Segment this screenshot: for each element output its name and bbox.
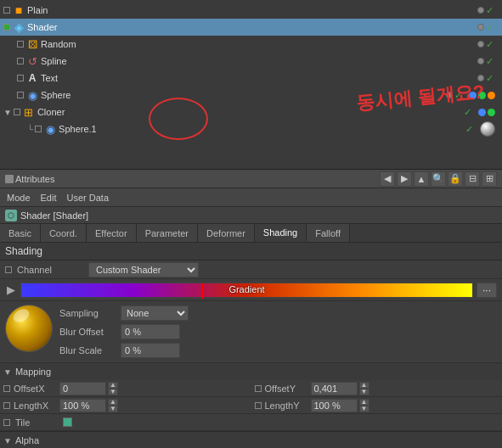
checkmark: ✓ bbox=[465, 124, 478, 135]
nav-up[interactable]: ▲ bbox=[414, 171, 429, 187]
lengthy-label: LengthY bbox=[265, 400, 309, 411]
shading-content: Sampling None2D3DCubic Blur Offset Blur … bbox=[0, 301, 502, 363]
tab-effector[interactable]: Effector bbox=[87, 224, 137, 242]
offsety-row: OffsetY ▲ ▼ bbox=[251, 380, 503, 397]
tree-dots-sphere1: ✓ bbox=[465, 121, 502, 137]
sdot-orange bbox=[488, 92, 495, 99]
checkmark: ✓ bbox=[486, 73, 499, 84]
tile-outer-cb[interactable] bbox=[3, 419, 10, 426]
tree-label-sphere: Sphere bbox=[41, 90, 446, 100]
offsety-input[interactable] bbox=[311, 382, 358, 395]
shader-play-btn[interactable]: ▶ bbox=[5, 284, 17, 296]
nav-right[interactable]: ▶ bbox=[397, 171, 412, 187]
expand-arrow[interactable]: ▼ bbox=[3, 108, 12, 117]
alpha-section: ▼ Alpha Use GrayRedGreenBlue Invert Alph… bbox=[0, 432, 502, 448]
sphere1-icon: ◉ bbox=[43, 122, 57, 136]
shader-icon: ◈ bbox=[12, 20, 25, 34]
lengthx-down[interactable]: ▼ bbox=[108, 406, 118, 412]
blur-offset-label: Blur Offset bbox=[59, 327, 117, 337]
tree-dots-random: ✓ bbox=[477, 39, 502, 50]
attributes-panel: Attributes ◀ ▶ ▲ 🔍 🔒 ⊟ ⊞ Mode Edit User … bbox=[0, 170, 502, 448]
lengthx-input[interactable] bbox=[59, 399, 106, 412]
nav-layers[interactable]: ⊟ bbox=[465, 171, 480, 187]
tab-deformer[interactable]: Deformer bbox=[198, 224, 255, 242]
tree-item-sphere[interactable]: ◉ Sphere ✓ bbox=[0, 87, 502, 104]
tab-shading[interactable]: Shading bbox=[255, 224, 307, 242]
lengthx-cb[interactable] bbox=[3, 402, 10, 409]
checkmark: ✓ bbox=[486, 22, 499, 33]
edit-button[interactable]: Edit bbox=[37, 192, 60, 204]
mapping-arrow: ▼ bbox=[3, 367, 12, 377]
tab-coord[interactable]: Coord. bbox=[41, 224, 87, 242]
tree-label-plain: Plain bbox=[27, 5, 477, 15]
tree-item-spline[interactable]: ↺ Spline ✓ bbox=[0, 53, 502, 70]
tree-item-cloner[interactable]: ▼ ⊞ Cloner ✓ bbox=[0, 104, 502, 120]
nav-lock[interactable]: 🔒 bbox=[448, 171, 463, 187]
visibility-dot bbox=[17, 58, 24, 64]
lengthy-cb[interactable] bbox=[255, 402, 262, 409]
tree-dots-cloner: ✓ bbox=[464, 107, 502, 118]
shader-dots bbox=[478, 109, 499, 116]
dot1 bbox=[477, 24, 484, 31]
tree-item-sphere1[interactable]: └ ◉ Sphere.1 ✓ bbox=[0, 120, 502, 137]
tree-item-random[interactable]: ⚄ Random ✓ bbox=[0, 36, 502, 53]
plain-icon: ■ bbox=[12, 3, 25, 17]
tree-label-text: Text bbox=[41, 73, 477, 83]
lengthy-input[interactable] bbox=[311, 399, 358, 412]
tab-falloff[interactable]: Falloff bbox=[307, 224, 350, 242]
mapping-section: ▼ Mapping OffsetX ▲ ▼ OffsetY ▲ bbox=[0, 363, 502, 432]
gradient-row: ▶ Gradient ··· bbox=[0, 279, 502, 301]
sampling-label: Sampling bbox=[59, 308, 117, 318]
offsety-label: OffsetY bbox=[265, 384, 309, 394]
tile-label: Tile bbox=[15, 417, 59, 428]
mode-button[interactable]: Mode bbox=[3, 192, 34, 204]
offsetx-cb[interactable] bbox=[3, 385, 10, 392]
blur-scale-input[interactable] bbox=[121, 343, 180, 358]
gradient-bar[interactable]: Gradient bbox=[20, 283, 473, 298]
visibility-dot bbox=[3, 24, 10, 31]
blur-scale-row: Blur Scale bbox=[59, 342, 497, 359]
shader-name-bar: ⬡ Shader [Shader] bbox=[0, 207, 502, 224]
mapping-header[interactable]: ▼ Mapping bbox=[0, 363, 502, 380]
tree-item-shader[interactable]: ◈ Shader ✓ bbox=[0, 19, 502, 36]
child-indicator: └ bbox=[27, 125, 33, 134]
sphere-preview bbox=[480, 121, 495, 137]
offsety-cb[interactable] bbox=[255, 385, 262, 392]
gradient-options-btn[interactable]: ··· bbox=[477, 283, 497, 298]
blur-offset-input[interactable] bbox=[121, 324, 180, 339]
offsety-down[interactable]: ▼ bbox=[359, 389, 369, 395]
sphere-icon: ◉ bbox=[25, 88, 39, 102]
visibility-dot bbox=[17, 92, 24, 98]
tree-dots-shader: ✓ bbox=[477, 22, 502, 33]
dot1 bbox=[446, 92, 453, 98]
user-data-button[interactable]: User Data bbox=[64, 192, 113, 204]
sdot-green bbox=[478, 92, 486, 99]
lengthx-row: LengthX ▲ ▼ bbox=[0, 397, 251, 414]
channel-select[interactable]: Custom ShaderColorDiffusionLuminance bbox=[88, 262, 199, 277]
tab-basic[interactable]: Basic bbox=[0, 224, 41, 242]
lengthx-spin: ▲ ▼ bbox=[108, 399, 118, 412]
blur-scale-label: Blur Scale bbox=[59, 345, 117, 356]
tabs-bar: Basic Coord. Effector Parameter Deformer… bbox=[0, 224, 502, 243]
nav-search[interactable]: 🔍 bbox=[431, 171, 446, 187]
checkmark: ✓ bbox=[454, 90, 467, 101]
nav-left[interactable]: ◀ bbox=[380, 171, 395, 187]
offsetx-input[interactable] bbox=[59, 382, 106, 395]
nav-arrows: ◀ ▶ ▲ 🔍 🔒 ⊟ ⊞ bbox=[380, 171, 497, 187]
lengthy-row: LengthY ▲ ▼ bbox=[251, 397, 503, 414]
lengthy-down[interactable]: ▼ bbox=[359, 406, 369, 412]
nav-add[interactable]: ⊞ bbox=[482, 171, 497, 187]
alpha-header[interactable]: ▼ Alpha bbox=[0, 432, 502, 448]
tree-item-text[interactable]: A Text ✓ bbox=[0, 70, 502, 87]
attributes-title: Attributes bbox=[15, 174, 54, 184]
sampling-select[interactable]: None2D3DCubic bbox=[121, 305, 189, 321]
sampling-row: Sampling None2D3DCubic bbox=[59, 305, 497, 322]
tile-checkbox[interactable] bbox=[63, 417, 72, 427]
offsetx-down[interactable]: ▼ bbox=[108, 389, 118, 395]
tree-item-plain[interactable]: ■ Plain ✓ bbox=[0, 2, 502, 19]
sdot-blue bbox=[478, 109, 486, 116]
tab-parameter[interactable]: Parameter bbox=[137, 224, 198, 242]
visibility-dot bbox=[35, 126, 42, 132]
channel-checkbox[interactable] bbox=[5, 266, 12, 273]
visibility-dot bbox=[17, 75, 24, 81]
